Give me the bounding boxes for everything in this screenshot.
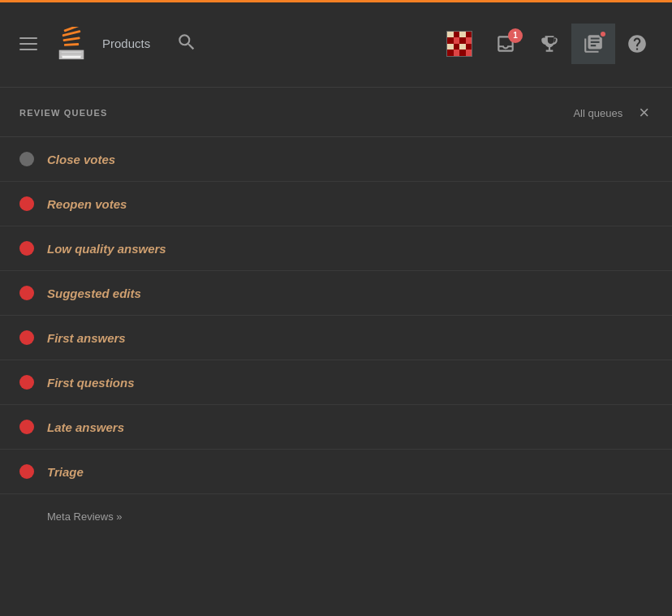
- queue-label: Triage: [47, 465, 84, 479]
- all-queues-link[interactable]: All queues: [573, 107, 622, 119]
- status-dot: [19, 420, 34, 434]
- queue-item-triage[interactable]: Triage: [0, 450, 672, 494]
- queue-label: Low quality answers: [47, 242, 166, 256]
- queue-label: Suggested edits: [47, 286, 141, 300]
- status-dot: [19, 375, 34, 390]
- stack-exchange-button[interactable]: [435, 21, 484, 67]
- svg-rect-1: [62, 54, 82, 56]
- list-item: Low quality answers: [0, 226, 672, 271]
- trophy-icon: [539, 33, 560, 54]
- list-item: Suggested edits: [0, 271, 672, 316]
- nav-icons: 1: [435, 21, 659, 67]
- list-item: First questions: [0, 360, 672, 405]
- review-queues-button[interactable]: [571, 24, 615, 64]
- panel-title: REVIEW QUEUES: [19, 108, 108, 118]
- queue-list: Close votes Reopen votes Low quality ans…: [0, 137, 672, 494]
- logo-icon: [57, 27, 86, 61]
- help-icon: [627, 33, 648, 54]
- search-button[interactable]: [170, 25, 204, 62]
- queue-item-low-quality[interactable]: Low quality answers: [0, 226, 672, 271]
- hamburger-line-3: [19, 49, 37, 50]
- status-dot: [19, 241, 34, 256]
- svg-rect-3: [63, 37, 80, 41]
- navbar: Products: [0, 0, 672, 88]
- hamburger-line-1: [19, 37, 37, 39]
- close-button[interactable]: ×: [635, 102, 653, 123]
- queue-item-suggested-edits[interactable]: Suggested edits: [0, 271, 672, 316]
- queue-item-first-questions[interactable]: First questions: [0, 360, 672, 405]
- list-item: Close votes: [0, 137, 672, 182]
- logo-link[interactable]: [50, 27, 93, 61]
- status-dot: [19, 330, 34, 345]
- panel-header: REVIEW QUEUES All queues ×: [0, 88, 672, 137]
- status-dot: [19, 196, 34, 211]
- svg-rect-0: [62, 51, 82, 53]
- status-dot: [19, 464, 34, 479]
- status-dot: [19, 152, 34, 166]
- inbox-button[interactable]: 1: [484, 24, 528, 64]
- inbox-badge: 1: [508, 28, 523, 43]
- achievements-button[interactable]: [528, 24, 571, 64]
- hamburger-button[interactable]: [13, 31, 44, 57]
- meta-reviews-link[interactable]: Meta Reviews »: [0, 494, 672, 539]
- queue-label: Close votes: [47, 153, 115, 166]
- queue-item-late-answers[interactable]: Late answers: [0, 405, 672, 450]
- queue-label: First questions: [47, 376, 135, 390]
- queue-item-reopen-votes[interactable]: Reopen votes: [0, 182, 672, 226]
- list-item: First answers: [0, 316, 672, 360]
- queue-item-close-votes[interactable]: Close votes: [0, 137, 672, 182]
- products-label: Products: [102, 37, 150, 50]
- panel-header-right: All queues ×: [573, 102, 653, 123]
- queue-label: Late answers: [47, 420, 124, 434]
- review-queues-panel: REVIEW QUEUES All queues × Close votes R…: [0, 88, 672, 539]
- list-item: Reopen votes: [0, 182, 672, 226]
- list-item: Late answers: [0, 405, 672, 450]
- search-icon: [176, 32, 197, 53]
- hamburger-line-2: [19, 43, 37, 45]
- status-dot: [19, 286, 34, 300]
- svg-rect-2: [64, 43, 79, 46]
- queue-label: Reopen votes: [47, 197, 127, 211]
- queue-item-first-answers[interactable]: First answers: [0, 316, 672, 360]
- review-dot: [599, 30, 607, 38]
- checkerboard-icon: [446, 31, 472, 57]
- list-item: Triage: [0, 450, 672, 494]
- help-button[interactable]: [615, 24, 659, 64]
- queue-label: First answers: [47, 331, 126, 345]
